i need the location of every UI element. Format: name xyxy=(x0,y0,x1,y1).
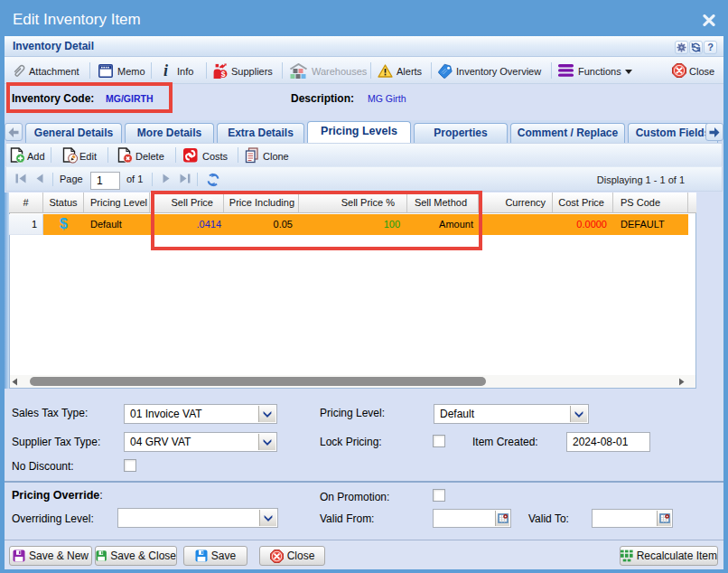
svg-text:$: $ xyxy=(221,70,226,79)
